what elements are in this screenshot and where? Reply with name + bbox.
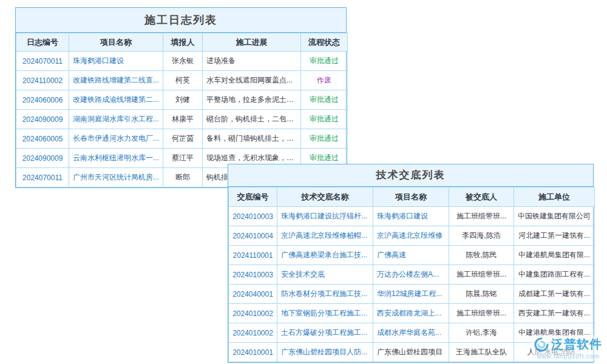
- id-cell[interactable]: 2024010004: [229, 226, 277, 246]
- table-row: 2024010002地下室钢筋分项工程施工...西安成都路龙湖上...施工班组带…: [229, 304, 595, 323]
- page: 施工日志列表 日志编号项目名称填报人施工进展流程状态 2024070011珠海鹤…: [0, 0, 607, 364]
- id-cell[interactable]: 2024070011: [16, 52, 69, 71]
- id-cell[interactable]: 2024060005: [16, 129, 69, 149]
- project-cell: 广东佛山碧桂园项目: [373, 343, 449, 362]
- person-cell: 王海施工队全队: [449, 343, 514, 362]
- column-header-id: 日志编号: [16, 33, 69, 52]
- unit-cell: 中国铁建集团有限公司: [514, 207, 595, 226]
- project-cell[interactable]: 云南水利枢纽潜明水库一...: [69, 149, 163, 168]
- project-cell[interactable]: 珠海鹤港口建设: [373, 207, 449, 226]
- id-cell[interactable]: 2024070011: [16, 168, 69, 187]
- table-row: 2024010003安全技术交底万达办公楼左侧A...施工班组带班...中建集团…: [229, 265, 595, 285]
- person-cell: 施工班组带班...: [449, 304, 514, 323]
- reporter-cell: 刘健: [163, 90, 203, 110]
- table-row: 2024060006改建铁路成渝线增建第二...刘健平整场地，拉走多余泥土15.…: [16, 90, 348, 110]
- id-cell[interactable]: 2024110001: [229, 246, 277, 265]
- project-cell[interactable]: 改建铁路线增建第二线直...: [69, 71, 163, 90]
- name-cell[interactable]: 京沪高速北京段维修桩帽...: [277, 226, 373, 246]
- id-cell[interactable]: 2024090009: [16, 149, 69, 168]
- brand-row: 泛普软件: [534, 336, 602, 352]
- id-cell[interactable]: 2024010002: [229, 323, 277, 343]
- column-header-project: 项目名称: [69, 33, 163, 52]
- log-table-header-row: 日志编号项目名称填报人施工进展流程状态: [16, 33, 348, 52]
- status-cell: 审批通过: [301, 129, 348, 149]
- tech-disclosure-panel: 技术交底列表 交底编号技术交底名称项目名称被交底人施工单位 2024010003…: [228, 164, 594, 363]
- name-cell[interactable]: 安全技术交底: [277, 265, 373, 285]
- name-cell[interactable]: 珠海鹤港口建设抗浮锚杆...: [277, 207, 373, 226]
- id-cell[interactable]: 2024010001: [229, 343, 277, 362]
- project-cell[interactable]: 广州市天河区统计局机房...: [69, 168, 163, 187]
- unit-cell: 西安建工第一建筑有...: [514, 304, 595, 323]
- reporter-cell: 蔡江平: [163, 149, 203, 168]
- reporter-cell: 柯英: [163, 71, 203, 90]
- column-header-person: 被交底人: [449, 187, 514, 207]
- id-cell[interactable]: 2024060006: [16, 90, 69, 110]
- construction-log-title: 施工日志列表: [16, 8, 346, 33]
- person-cell: 陈晨,陈铭: [449, 285, 514, 304]
- project-cell[interactable]: 万达办公楼左侧A...: [373, 265, 449, 285]
- person-cell: 施工班组带班...: [449, 207, 514, 226]
- person-cell: 李四海,陈浩: [449, 226, 514, 246]
- tech-disclosure-title: 技术交底列表: [228, 164, 593, 187]
- column-header-status: 流程状态: [301, 33, 348, 52]
- unit-cell: 成都建工第一建筑有...: [514, 285, 595, 304]
- table-row: 2024070011珠海鹤港口建设张永银进场准备审批通过: [16, 52, 348, 71]
- progress-cell: 砌台阶，钩机排土，二包砌...: [203, 110, 301, 129]
- column-header-project: 项目名称: [373, 187, 449, 207]
- id-cell[interactable]: 2024110002: [16, 71, 69, 90]
- project-cell[interactable]: 华润12城房建工程...: [373, 285, 449, 304]
- id-cell[interactable]: 2024010002: [229, 304, 277, 323]
- reporter-cell: 林康平: [163, 110, 203, 129]
- unit-cell: 河北建工第一建筑有...: [514, 226, 595, 246]
- table-row: 2024010003珠海鹤港口建设抗浮锚杆...珠海鹤港口建设施工班组带班...…: [229, 207, 595, 226]
- project-cell[interactable]: 改建铁路成渝线增建第二...: [69, 90, 163, 110]
- reporter-cell: 张永银: [163, 52, 203, 71]
- project-cell[interactable]: 珠海鹤港口建设: [69, 52, 163, 71]
- status-cell: 审批通过: [301, 110, 348, 129]
- column-header-unit: 施工单位: [514, 187, 595, 207]
- brand-url: www.fanpusoft.com: [534, 353, 602, 360]
- table-row: 2024110002改建铁路线增建第二线直...柯英水车对全线遮阳网覆盖点...…: [16, 71, 348, 90]
- swirl-logo-icon: [534, 337, 549, 352]
- column-header-name: 技术交底名称: [277, 187, 373, 207]
- name-cell[interactable]: 防水卷材分项工程施工技...: [277, 285, 373, 304]
- person-cell: 施工班组带班...: [449, 265, 514, 285]
- status-cell: 审批通过: [301, 52, 348, 71]
- reporter-cell: 断郎: [163, 168, 203, 187]
- name-cell[interactable]: 土石方爆破分项工程施工...: [277, 323, 373, 343]
- id-cell[interactable]: 2024090009: [16, 110, 69, 129]
- progress-cell: 进场准备: [203, 52, 301, 71]
- project-cell[interactable]: 京沪高速北京段维修: [373, 226, 449, 246]
- id-cell[interactable]: 2024010003: [229, 207, 277, 226]
- disclosure-table-header-row: 交底编号技术交底名称项目名称被交底人施工单位: [229, 187, 595, 207]
- name-cell[interactable]: 广东佛山碧桂园项目人防...: [277, 343, 373, 362]
- progress-cell: 平整场地，拉走多余泥土15...: [203, 90, 301, 110]
- column-header-progress: 施工进展: [203, 33, 301, 52]
- table-row: 2024090009湖南洞庭湖水库引水工程...林康平砌台阶，钩机排土，二包砌.…: [16, 110, 348, 129]
- construction-log-panel: 施工日志列表 日志编号项目名称填报人施工进展流程状态 2024070011珠海鹤…: [15, 7, 347, 188]
- unit-cell: 中建集团路面工程有...: [514, 265, 595, 285]
- person-cell: 陈牧,陈民: [449, 246, 514, 265]
- project-cell[interactable]: 湖南洞庭湖水库引水工程...: [69, 110, 163, 129]
- status-cell: 作废: [301, 71, 348, 90]
- project-cell[interactable]: 长春市伊通河水力发电厂...: [69, 129, 163, 149]
- progress-cell: 备料，砌门墙钩机排土，瓦...: [203, 129, 301, 149]
- reporter-cell: 何芷茵: [163, 129, 203, 149]
- name-cell[interactable]: 广佛高速桥梁承台施工技...: [277, 246, 373, 265]
- project-cell[interactable]: 成都水岸华庭名苑...: [373, 323, 449, 343]
- column-header-id: 交底编号: [229, 187, 277, 207]
- status-cell: 审批通过: [301, 90, 348, 110]
- unit-cell: 中建港航局集团有限...: [514, 246, 595, 265]
- person-cell: 许铝,李海: [449, 323, 514, 343]
- project-cell[interactable]: 广佛高速: [373, 246, 449, 265]
- brand-name: 泛普软件: [551, 336, 602, 352]
- table-row: 2024040001防水卷材分项工程施工技...华润12城房建工程...陈晨,陈…: [229, 285, 595, 304]
- column-header-reporter: 填报人: [163, 33, 203, 52]
- table-row: 2024060005长春市伊通河水力发电厂...何芷茵备料，砌门墙钩机排土，瓦.…: [16, 129, 348, 149]
- id-cell[interactable]: 2024040001: [229, 285, 277, 304]
- table-row: 2024110001广佛高速桥梁承台施工技...广佛高速陈牧,陈民中建港航局集团…: [229, 246, 595, 265]
- name-cell[interactable]: 地下室钢筋分项工程施工...: [277, 304, 373, 323]
- fanpu-watermark: 泛普软件 www.fanpusoft.com: [532, 335, 605, 361]
- project-cell[interactable]: 西安成都路龙湖上...: [373, 304, 449, 323]
- id-cell[interactable]: 2024010003: [229, 265, 277, 285]
